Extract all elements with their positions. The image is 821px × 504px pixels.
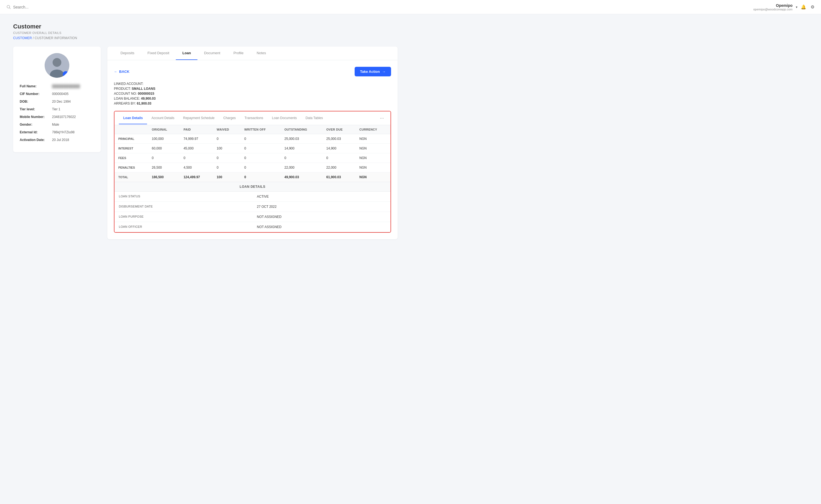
loan-content-area: ← BACK Take Action → LINKED ACCOUNT: PRO…: [107, 60, 398, 239]
row-cell: 22,000: [322, 163, 355, 172]
full-name-label: Full Name:: [20, 84, 50, 88]
row-cell: 60,000: [148, 144, 180, 153]
nav-icons: 🔔 ⚙: [801, 4, 814, 10]
loan-summary-table: ORIGINAL PAID WAIVED WRITTEN OFF OUTSTAN…: [114, 125, 391, 182]
gender-value: Male: [52, 123, 59, 126]
row-cell: 49,900.03: [281, 172, 323, 182]
row-cell: 100,000: [148, 134, 180, 144]
row-cell: 45,000: [180, 144, 213, 153]
tab-deposits[interactable]: Deposits: [114, 47, 141, 60]
breadcrumb: CUSTOMER / CUSTOMER INFORMATION: [13, 36, 398, 40]
gender-label: Gender:: [20, 123, 50, 126]
inner-tab-loan-documents[interactable]: Loan Documents: [268, 112, 301, 124]
profile-full-name: Full Name: ████████████: [20, 84, 94, 88]
linked-account: LINKED ACCOUNT:: [114, 82, 391, 86]
tab-loan[interactable]: Loan: [176, 47, 197, 60]
tab-fixed-deposit[interactable]: Fixed Deposit: [141, 47, 176, 60]
account-no-line: ACCOUNT NO: 000000015: [114, 92, 391, 96]
bell-icon[interactable]: 🔔: [801, 4, 806, 10]
inner-tab-repayment-schedule[interactable]: Repayment Schedule: [179, 112, 219, 124]
row-cell: NGN: [355, 144, 391, 153]
arrow-left-icon: ←: [114, 70, 117, 74]
detail-key: LOAN STATUS: [114, 192, 252, 201]
table-row: TOTAL186,500124,499.97100049,900.0361,90…: [114, 172, 391, 182]
mobile-value: 2348107176022: [52, 115, 76, 119]
user-info: Opemipo opemipo@woodcoreapp.com: [753, 3, 793, 11]
cif-value: 000000405: [52, 92, 68, 96]
profile-tier: Tier level: Tier 1: [20, 107, 94, 111]
table-header-row: ORIGINAL PAID WAIVED WRITTEN OFF OUTSTAN…: [114, 125, 391, 134]
row-cell: NGN: [355, 153, 391, 163]
breadcrumb-link[interactable]: CUSTOMER: [13, 36, 32, 40]
row-cell: 100: [213, 144, 240, 153]
user-area: Opemipo opemipo@woodcoreapp.com ▾ 🔔 ⚙: [753, 3, 814, 11]
search-area[interactable]: [7, 5, 62, 9]
avatar-badge: ✓: [63, 71, 69, 77]
inner-tab-data-tables[interactable]: Data Tables: [301, 112, 327, 124]
row-cell: 0: [240, 144, 280, 153]
take-action-button[interactable]: Take Action →: [355, 67, 391, 76]
mobile-label: Mobile Number:: [20, 115, 50, 119]
product-value: SMALL LOANS: [132, 87, 155, 91]
row-cell: 0: [240, 134, 280, 144]
arrears-line: ARREARS BY: 61,900.03: [114, 102, 391, 105]
table-row: PRINCIPAL100,00074,999.970025,000.0325,0…: [114, 134, 391, 144]
row-label: FEES: [114, 153, 148, 163]
row-cell: 25,000.03: [281, 134, 323, 144]
row-cell: 0: [240, 153, 280, 163]
col-header-waived: WAIVED: [213, 125, 240, 134]
activation-date-value: 20 Jul 2018: [52, 138, 69, 142]
row-cell: 100: [213, 172, 240, 182]
search-input[interactable]: [13, 5, 62, 9]
loan-info: LINKED ACCOUNT: PRODUCT: SMALL LOANS ACC…: [114, 82, 391, 105]
inner-tab-account-details[interactable]: Account Details: [147, 112, 179, 124]
inner-tab-charges[interactable]: Charges: [219, 112, 240, 124]
more-options-icon[interactable]: ···: [378, 111, 386, 125]
detail-value: 27 OCT 2022: [252, 202, 391, 212]
row-cell: 25,000.03: [322, 134, 355, 144]
breadcrumb-current: CUSTOMER INFORMATION: [35, 36, 77, 40]
tab-document[interactable]: Document: [197, 47, 227, 60]
row-cell: 0: [240, 172, 280, 182]
avatar-container: ✓: [20, 53, 94, 78]
row-cell: 0: [322, 153, 355, 163]
main-tabs: Deposits Fixed Deposit Loan Document Pro…: [107, 47, 398, 60]
back-label: BACK: [119, 70, 130, 74]
inner-tab-loan-details[interactable]: Loan Details: [119, 112, 147, 124]
action-row: ← BACK Take Action →: [114, 67, 391, 76]
row-cell: 22,000: [281, 163, 323, 172]
user-email: opemipo@woodcoreapp.com: [753, 8, 793, 11]
row-cell: 0: [213, 153, 240, 163]
col-header-original: ORIGINAL: [148, 125, 180, 134]
full-name-value: ████████████: [52, 84, 80, 88]
settings-icon[interactable]: ⚙: [811, 4, 814, 10]
row-cell: 61,900.03: [322, 172, 355, 182]
tab-profile[interactable]: Profile: [227, 47, 250, 60]
row-cell: NGN: [355, 134, 391, 144]
row-label: TOTAL: [114, 172, 148, 182]
detail-value: NOT ASSIGNED: [252, 212, 391, 222]
detail-key: LOAN OFFICER: [114, 222, 252, 232]
row-cell: NGN: [355, 172, 391, 182]
row-cell: 0: [213, 134, 240, 144]
row-cell: 124,499.97: [180, 172, 213, 182]
tab-notes[interactable]: Notes: [250, 47, 272, 60]
col-header-paid: PAID: [180, 125, 213, 134]
profile-cif: CIF Number: 000000405: [20, 92, 94, 96]
loan-detail-row: LOAN OFFICER NOT ASSIGNED: [114, 222, 391, 232]
customer-profile-panel: ✓ Full Name: ████████████ CIF Number: 00…: [13, 47, 101, 152]
table-row: INTEREST60,00045,000100014,90014,900NGN: [114, 144, 391, 153]
row-cell: 0: [281, 153, 323, 163]
table-row: PENALTIES26,5004,5000022,00022,000NGN: [114, 163, 391, 172]
row-cell: 4,500: [180, 163, 213, 172]
top-navigation: Opemipo opemipo@woodcoreapp.com ▾ 🔔 ⚙: [0, 0, 821, 14]
back-button[interactable]: ← BACK: [114, 70, 130, 74]
loan-balance-line: LOAN BALANCE: 49,900.03: [114, 97, 391, 100]
chevron-down-icon[interactable]: ▾: [796, 5, 797, 9]
arrears-value: 61,900.03: [137, 102, 151, 105]
row-cell: 186,500: [148, 172, 180, 182]
row-cell: 0: [213, 163, 240, 172]
col-header-label: [114, 125, 148, 134]
inner-tab-transactions[interactable]: Transactions: [240, 112, 268, 124]
take-action-label: Take Action: [360, 70, 380, 74]
